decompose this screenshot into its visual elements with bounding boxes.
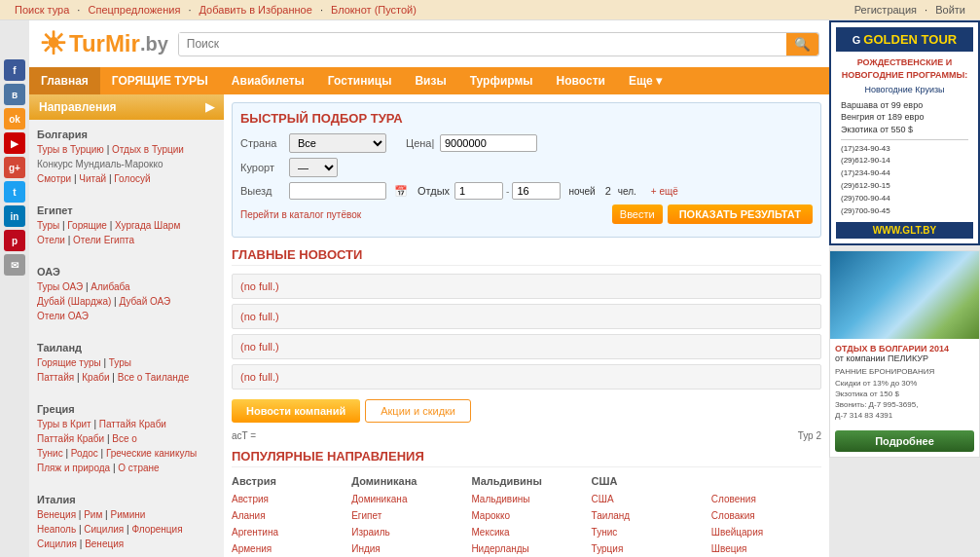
dest-link[interactable]: Таиланд xyxy=(592,507,702,524)
top-link-special[interactable]: Спецпредложения xyxy=(88,4,180,16)
left-nav-link[interactable]: Греческие каникулы xyxy=(106,448,197,459)
left-nav-toggle[interactable]: ▶ xyxy=(205,100,214,114)
left-nav-link[interactable]: Голосуй xyxy=(114,173,150,184)
left-nav-link[interactable]: Алибаба xyxy=(91,281,129,292)
left-nav-link[interactable]: О стране xyxy=(118,463,159,473)
dest-link[interactable]: Израиль xyxy=(351,524,461,540)
search-btn-main[interactable]: ПОКАЗАТЬ РЕЗУЛЬТАТ xyxy=(668,204,813,224)
tab-deals[interactable]: Акции и скидки xyxy=(365,399,471,423)
left-nav-link[interactable]: Паттайя Краби xyxy=(37,433,104,444)
dest-link[interactable]: Марокко xyxy=(471,507,581,524)
dest-link[interactable]: Тунис xyxy=(592,524,702,540)
country-select[interactable]: Все Турция Египет Таиланд xyxy=(289,133,386,153)
dest-link[interactable]: Турция xyxy=(592,540,702,557)
youtube-icon[interactable]: ▶ xyxy=(4,132,25,154)
resort-select[interactable]: — xyxy=(289,158,338,177)
nav-home[interactable]: Главная xyxy=(29,67,100,94)
register-link[interactable]: Регистрация xyxy=(854,4,917,16)
left-nav-link[interactable]: Смотри xyxy=(37,173,71,184)
left-nav-link[interactable]: Отели ОАЭ xyxy=(37,311,89,321)
dest-link[interactable]: Нидерланды xyxy=(471,540,581,557)
dest-link[interactable]: Словения xyxy=(711,491,821,507)
nights-to-input[interactable] xyxy=(512,182,561,200)
dest-link[interactable]: Швейцария xyxy=(711,524,821,540)
catalog-link[interactable]: Перейти в каталог путёвок xyxy=(240,209,361,220)
pinterest-icon[interactable]: p xyxy=(4,230,25,251)
left-nav-link[interactable]: Горящие xyxy=(67,220,107,231)
nav-hotels[interactable]: Гостиницы xyxy=(316,67,404,94)
email-share-icon[interactable]: ✉ xyxy=(4,254,25,276)
left-nav-link[interactable]: Отели xyxy=(37,235,65,245)
left-nav-link[interactable]: Туры xyxy=(37,220,59,231)
left-nav-link[interactable]: Дубай (Шарджа) xyxy=(37,296,111,307)
left-nav-link[interactable]: Венеция xyxy=(85,538,124,549)
ad-website-link[interactable]: WWW.GLT.BY xyxy=(836,222,973,239)
news-item-1[interactable]: (no full.) xyxy=(232,274,821,299)
top-link-favorites[interactable]: Добавить в Избранное xyxy=(200,4,312,16)
left-nav-link[interactable]: Краби xyxy=(82,372,109,383)
news-item-4[interactable]: (no full.) xyxy=(232,364,821,390)
facebook-icon[interactable]: f xyxy=(4,59,25,81)
left-nav-link[interactable]: Туры xyxy=(109,357,131,368)
left-nav-link[interactable]: Паттайя xyxy=(37,372,74,383)
dest-link[interactable]: Словакия xyxy=(711,507,821,524)
left-nav-link[interactable]: Отдых в Турции xyxy=(112,144,184,155)
dest-link[interactable]: Мексика xyxy=(471,524,581,540)
linkedin-icon[interactable]: in xyxy=(4,205,25,227)
left-nav-link[interactable]: Флоренция xyxy=(131,524,182,535)
left-nav-link[interactable]: Туры в Крит xyxy=(37,419,91,429)
dest-link[interactable]: Аргентина xyxy=(232,524,342,540)
googleplus-icon[interactable]: g+ xyxy=(4,157,25,178)
depart-date-input[interactable] xyxy=(289,182,386,200)
nav-news[interactable]: Новости xyxy=(545,67,617,94)
dest-link[interactable]: Армения xyxy=(232,540,342,557)
tab-company-news[interactable]: Новости компаний xyxy=(232,399,360,423)
search-btn-alt[interactable]: Ввести xyxy=(612,204,663,224)
nav-tickets[interactable]: Авиабилеты xyxy=(220,67,316,94)
left-nav-link[interactable]: Венеция xyxy=(37,509,76,520)
left-nav-link[interactable]: Римини xyxy=(111,509,146,520)
left-nav-link[interactable]: Отели Египта xyxy=(73,235,134,245)
dest-link[interactable]: Алания xyxy=(232,507,342,524)
top-link-notepad[interactable]: Блокнот (Пустой) xyxy=(331,4,417,16)
dest-link[interactable]: Австрия xyxy=(232,491,342,507)
nav-more[interactable]: Еще ▾ xyxy=(617,67,673,94)
dest-link[interactable]: Доминикана xyxy=(351,491,461,507)
ad-more-button[interactable]: Подробнее xyxy=(835,430,974,452)
dest-link[interactable]: Индия xyxy=(351,540,461,557)
left-nav-link[interactable]: Сицилия xyxy=(37,538,77,549)
calendar-icon[interactable]: 📅 xyxy=(394,185,408,198)
dest-link[interactable]: США xyxy=(592,491,702,507)
left-nav-link[interactable]: Читай xyxy=(79,173,106,184)
left-nav-link[interactable]: Все о Таиланде xyxy=(118,372,189,383)
left-nav-link[interactable]: Рим xyxy=(84,509,102,520)
nights-from-input[interactable] xyxy=(454,182,503,200)
left-nav-link[interactable]: Дубай ОАЭ xyxy=(120,296,171,307)
left-nav-link[interactable]: Туры ОАЭ xyxy=(37,281,83,292)
left-nav-link[interactable]: Тунис xyxy=(37,448,63,459)
search-input[interactable] xyxy=(179,33,786,55)
left-nav-link[interactable]: Горящие туры xyxy=(37,357,101,368)
left-nav-link[interactable]: Паттайя Краби xyxy=(99,419,166,429)
nav-visas[interactable]: Визы xyxy=(403,67,457,94)
dest-link[interactable]: Египет xyxy=(351,507,461,524)
left-nav-link[interactable]: Хургада Шарм xyxy=(115,220,180,231)
price-input[interactable] xyxy=(440,134,537,152)
advanced-search-link[interactable]: + ещё xyxy=(651,186,678,197)
top-link-search[interactable]: Поиск тура xyxy=(15,4,69,16)
search-button[interactable]: 🔍 xyxy=(786,33,818,56)
login-link[interactable]: Войти xyxy=(935,4,965,16)
left-nav-link[interactable]: Родос xyxy=(71,448,98,459)
left-nav-link[interactable]: Туры в Турцию xyxy=(37,144,104,155)
left-nav-link[interactable]: Неаполь xyxy=(37,524,76,535)
dest-link[interactable]: Швеция xyxy=(711,540,821,557)
left-nav-link[interactable]: Пляж и природа xyxy=(37,463,110,473)
left-nav-link[interactable]: Сицилия xyxy=(84,524,124,535)
news-item-3[interactable]: (no full.) xyxy=(232,334,821,359)
twitter-icon[interactable]: t xyxy=(4,181,25,203)
left-nav-link[interactable]: Все о xyxy=(112,433,137,444)
dest-link[interactable]: Мальдивины xyxy=(471,491,581,507)
nav-agencies[interactable]: Турфирмы xyxy=(458,67,545,94)
news-item-2[interactable]: (no full.) xyxy=(232,304,821,329)
nav-hot-tours[interactable]: ГОРЯЩИЕ ТУРЫ xyxy=(100,67,220,94)
